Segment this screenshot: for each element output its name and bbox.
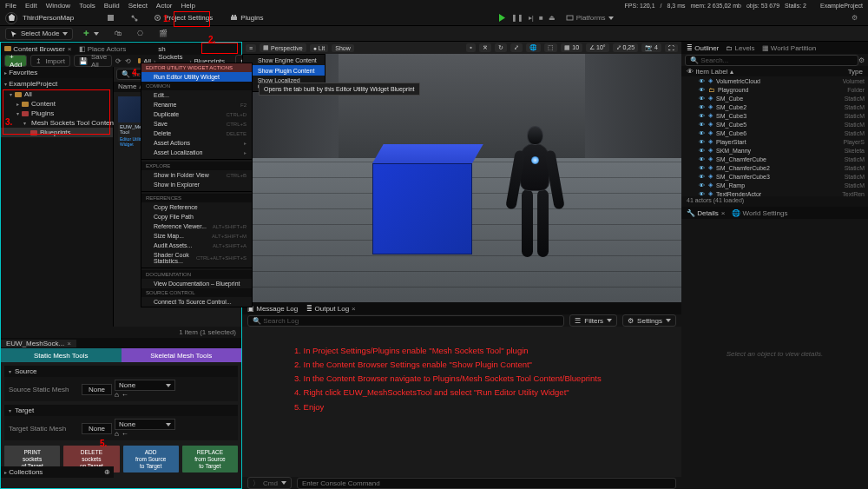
outliner-item[interactable]: 👁◈TextRenderActorTextRen [681,189,868,196]
cb-folder-tree[interactable]: ▸ Favorites ▾ ExampleProject ▾All ▸Conte… [1,67,114,327]
blueprint-icon[interactable]: ⎔ [132,28,148,40]
select-mode-dropdown[interactable]: Select Mode [5,28,73,40]
create-dropdown[interactable]: ✚ [78,28,104,40]
ctx-item[interactable]: Show in Folder ViewCTRL+B [141,170,252,180]
outliner-item[interactable]: 👁🗀PlaygroundFolder [681,85,868,94]
menu-select[interactable]: Select [128,2,148,10]
tree-item-mesh-sockets[interactable]: ▾Mesh Sockets Tool Content [1,118,113,128]
message-log-tab[interactable]: ▣ Message Log [247,305,298,313]
show-engine-content[interactable]: Show Engine Content [243,55,325,65]
console-input[interactable]: Enter Console Command [297,478,676,489]
viewport-options[interactable]: ≡ [246,44,256,52]
pause-button[interactable]: ❚❚ [511,14,523,22]
save-all-button[interactable]: 💾 Save All [74,55,112,67]
ctx-item[interactable]: Connect To Source Control... [141,297,252,307]
log-settings-button[interactable]: ⚙ Settings [622,314,676,327]
platforms-button[interactable]: Platforms [561,12,619,24]
ctx-item[interactable]: Audit Assets...ALT+SHIFT+A [141,241,252,250]
plugins-button[interactable]: Plugins [223,12,270,24]
levels-tab[interactable]: 🗀 Levels [726,44,754,52]
outliner-header[interactable]: 👁 Item Label ▴ Type [681,66,868,76]
surface-snap-icon[interactable]: ⬚ [544,43,557,52]
stop-button[interactable]: ■ [539,14,543,22]
target-thumb[interactable]: None [82,423,112,434]
coord-space-icon[interactable]: 🌐 [526,43,541,52]
content-browser-tab[interactable]: Content Browser× [4,45,72,53]
gizmo-select-icon[interactable]: ⭑ [466,43,476,52]
outliner-item[interactable]: 👁◈SM_Cube2StaticM [681,102,868,111]
perspective-dropdown[interactable]: ▦ Perspective [260,43,306,52]
tree-item-blueprints[interactable]: Blueprints [1,128,113,137]
tab-skeletal-mesh[interactable]: Skeletal Mesh Tools [122,348,242,362]
ctx-item[interactable]: RenameF2 [141,100,252,109]
ctx-item[interactable]: Asset Localization▸ [141,148,252,157]
outliner-settings-icon[interactable]: ⚙ [858,56,865,64]
favorites-section[interactable]: Favorites [9,69,37,76]
ctx-item[interactable]: Edit... [141,90,252,100]
camera-speed-icon[interactable]: 📷 4 [641,43,661,52]
replace-sockets-button[interactable]: REPLACE from Source to Target [182,446,238,472]
target-dropdown[interactable]: None [115,419,175,430]
collections-section[interactable]: Collections [9,468,43,476]
outliner-item[interactable]: 👁◈SM_Cube6StaticM [681,129,868,137]
output-log-tab[interactable]: ≣ Output Log× [306,305,356,313]
grid-snap-icon[interactable]: ▦ 10 [561,43,582,52]
outliner-item[interactable]: 👁◈SKM_MannySkeleta [681,146,868,155]
ctx-item[interactable]: DuplicateCTRL+D [141,109,252,119]
ctx-item[interactable]: Size Map...ALT+SHIFT+M [141,231,252,241]
ctx-item[interactable]: Asset Actions▸ [141,138,252,148]
menu-actor[interactable]: Actor [156,2,173,10]
ctx-item[interactable]: View Documentation – Blueprint [141,279,252,288]
gizmo-translate-icon[interactable]: ⤧ [479,43,491,52]
outliner-item[interactable]: 👁◈PlayerStartPlayerS [681,137,868,146]
browse-icon[interactable]: ⌂ [115,430,119,438]
project-root[interactable]: ExampleProject [9,80,57,88]
step-button[interactable]: ▸| [529,14,534,22]
outliner-tree[interactable]: 👁◈VolumetricCloudVolumet👁🗀PlaygroundFold… [681,76,868,196]
menu-help[interactable]: Help [181,2,195,10]
tab-static-mesh[interactable]: Static Mesh Tools [1,348,122,362]
play-button[interactable] [498,14,506,22]
log-search-input[interactable]: 🔍 Search Log [247,315,564,327]
ctx-item[interactable]: DeleteDELETE [141,129,252,138]
outliner-tab[interactable]: ≣ Outliner [687,44,719,52]
settings-gear-icon[interactable]: ⚙ [846,12,863,24]
use-icon[interactable]: ← [122,391,128,399]
menu-build[interactable]: Build [104,2,120,10]
menu-file[interactable]: File [5,2,16,10]
cinematics-icon[interactable]: 🎬 [154,28,173,40]
gizmo-rotate-icon[interactable]: ↻ [495,43,507,52]
outliner-item[interactable]: 👁◈SM_ChamferCube2StaticM [681,163,868,172]
ctx-item[interactable]: Reference Viewer...ALT+SHIFT+R [141,221,252,231]
section-source[interactable]: ▾Source [4,366,238,377]
menu-edit[interactable]: Edit [25,2,37,10]
close-icon[interactable]: × [67,340,71,347]
marketplace-icon[interactable]: 🛍 [109,28,127,40]
source-thumb[interactable]: None [82,384,112,395]
ctx-run-widget[interactable]: Run Editor Utility Widget [141,72,252,82]
details-tab[interactable]: 🔧 Details× [687,209,725,217]
use-icon[interactable]: ← [122,430,128,438]
tool-tab[interactable]: EUW_MeshSock...× [1,340,76,347]
eject-button[interactable]: ⏏ [549,14,556,22]
tree-item-content[interactable]: ▸Content [1,99,113,109]
angle-snap-icon[interactable]: ∠ 10° [586,43,609,52]
import-button[interactable]: ↥ Import [30,55,70,67]
tree-item-plugins[interactable]: ▾Plugins [1,109,113,118]
outliner-item[interactable]: 👁◈VolumetricCloudVolumet [681,76,868,85]
outliner-item[interactable]: 👁◈SM_ChamferCubeStaticM [681,155,868,163]
ctx-item[interactable]: Shader Cook Statistics...CTRL+ALT+SHIFT+… [141,250,252,266]
level-name[interactable]: ThirdPersonMap [23,14,74,22]
source-control-icon[interactable] [125,12,143,24]
asset-context-menu[interactable]: EDITOR UTILITY WIDGET ACTIONS Run Editor… [141,63,253,307]
gizmo-scale-icon[interactable]: ⤢ [510,43,523,52]
outliner-item[interactable]: 👁◈SM_ChamferCube3StaticM [681,172,868,181]
add-collection-icon[interactable]: ⊕ [104,468,110,476]
save-icon[interactable] [102,12,120,24]
outliner-item[interactable]: 👁◈SM_Cube5StaticM [681,120,868,129]
outliner-item[interactable]: 👁◈SM_RampStaticM [681,181,868,189]
world-partition-tab[interactable]: ▦ World Partition [762,44,817,52]
show-plugin-content[interactable]: ✓Show Plugin Content [243,65,325,76]
ctx-item[interactable]: Show in Explorer [141,180,252,189]
outliner-item[interactable]: 👁◈SM_CubeStaticM [681,94,868,102]
